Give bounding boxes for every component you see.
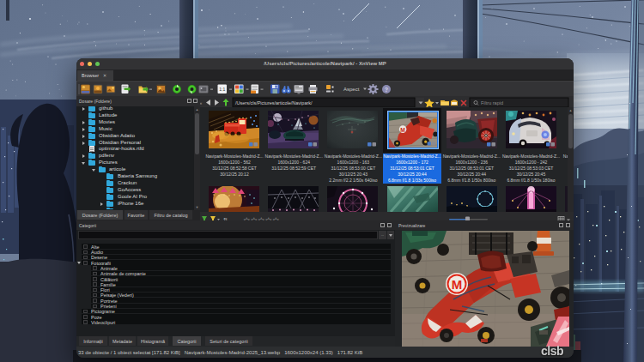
svg-text:«: «	[200, 100, 203, 106]
svg-text:Aspect: Aspect	[343, 87, 360, 92]
svg-text:Filtru rapid: Filtru rapid	[481, 100, 503, 106]
svg-text:/Users/cls/Pictures/articole/N: /Users/cls/Pictures/articole/Navipark/	[235, 100, 313, 106]
svg-text:?: ?	[385, 87, 388, 93]
svg-text:1:1: 1:1	[219, 87, 225, 92]
svg-text:M: M	[452, 277, 463, 292]
svg-text:M: M	[400, 126, 405, 132]
